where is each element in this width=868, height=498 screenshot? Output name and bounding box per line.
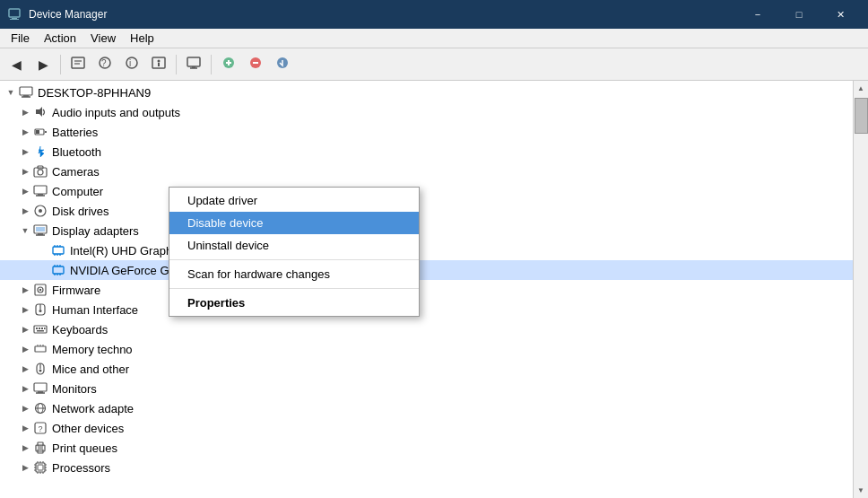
audio-expand-icon[interactable]: ▶ bbox=[18, 105, 32, 119]
tree-root[interactable]: ▼ DESKTOP-8PHHAN9 bbox=[0, 83, 853, 102]
menu-help[interactable]: Help bbox=[123, 30, 161, 47]
toolbar-forward-button[interactable]: ▶ bbox=[30, 52, 56, 77]
scrollbar-thumb[interactable] bbox=[855, 98, 868, 134]
cameras-expand-icon[interactable]: ▶ bbox=[18, 164, 32, 179]
toolbar-separator-2 bbox=[176, 55, 177, 74]
computer-label: Computer bbox=[52, 185, 103, 198]
minimize-button[interactable]: − bbox=[737, 0, 778, 29]
monitors-label: Monitors bbox=[52, 382, 97, 396]
other-label: Other devices bbox=[52, 422, 124, 435]
svg-rect-12 bbox=[158, 63, 160, 66]
menu-view[interactable]: View bbox=[83, 30, 123, 47]
tree-item-display[interactable]: ▼ Display adapters bbox=[0, 221, 853, 240]
keyboards-label: Keyboards bbox=[52, 323, 108, 336]
svg-rect-2 bbox=[10, 19, 19, 20]
firmware-expand-icon[interactable]: ▶ bbox=[18, 283, 32, 297]
scroll-down-arrow[interactable]: ▼ bbox=[854, 483, 869, 498]
tree-item-audio[interactable]: ▶ Audio inputs and outputs bbox=[0, 102, 853, 122]
monitors-expand-icon[interactable]: ▶ bbox=[18, 381, 32, 396]
close-button[interactable]: ✕ bbox=[820, 0, 861, 29]
toolbar-scan-button[interactable] bbox=[270, 52, 295, 77]
firmware-label: Firmware bbox=[52, 284, 100, 297]
memory-label: Memory techno bbox=[52, 343, 133, 356]
tree-item-print[interactable]: ▶ Print queues bbox=[0, 438, 853, 458]
network-label: Network adapte bbox=[52, 402, 134, 415]
other-expand-icon[interactable]: ▶ bbox=[18, 421, 32, 435]
tree-item-memory[interactable]: ▶ Memory techno bbox=[0, 339, 853, 359]
context-menu-separator bbox=[169, 259, 419, 260]
svg-point-30 bbox=[38, 170, 43, 175]
hid-label: Human Interface bbox=[52, 303, 138, 317]
scrollbar-track[interactable] bbox=[854, 96, 868, 483]
computer-expand-icon[interactable]: ▶ bbox=[18, 184, 32, 198]
maximize-button[interactable]: □ bbox=[778, 0, 820, 29]
intel-gpu-icon bbox=[50, 242, 66, 258]
tree-item-bluetooth[interactable]: ▶ Bluetooth bbox=[0, 142, 853, 162]
context-menu-update-driver[interactable]: Update driver bbox=[169, 189, 419, 212]
toolbar-update-button[interactable]: ? bbox=[92, 52, 117, 77]
svg-rect-74 bbox=[34, 383, 47, 391]
toolbar-back-button[interactable]: ◀ bbox=[4, 52, 29, 77]
svg-rect-22 bbox=[20, 87, 32, 95]
toolbar-info-button[interactable] bbox=[146, 52, 171, 77]
root-computer-icon bbox=[18, 84, 34, 100]
svg-point-73 bbox=[39, 370, 42, 372]
tree-item-other[interactable]: ▶ ? Other devices bbox=[0, 418, 853, 438]
svg-rect-3 bbox=[72, 57, 84, 68]
batteries-expand-icon[interactable]: ▶ bbox=[18, 125, 32, 139]
tree-item-processors[interactable]: ▶ Proces bbox=[0, 458, 853, 477]
keyboards-expand-icon[interactable]: ▶ bbox=[18, 322, 32, 336]
batteries-icon bbox=[32, 124, 48, 140]
tree-item-intel-gpu[interactable]: ▶ Intel(R) UHD Graphics 630 bbox=[0, 240, 853, 260]
tree-item-computer[interactable]: ▶ Computer bbox=[0, 181, 853, 201]
disk-icon bbox=[32, 203, 48, 219]
menu-bar: File Action View Help bbox=[0, 29, 868, 48]
monitors-icon bbox=[32, 380, 48, 397]
tree-item-monitors[interactable]: ▶ Monitors bbox=[0, 379, 853, 398]
scroll-up-arrow[interactable]: ▲ bbox=[854, 81, 869, 96]
svg-point-11 bbox=[158, 60, 161, 63]
add-icon bbox=[221, 55, 237, 74]
mouse-icon bbox=[32, 361, 48, 377]
tree-item-cameras[interactable]: ▶ Cameras bbox=[0, 162, 853, 181]
context-menu-scan-hardware[interactable]: Scan for hardware changes bbox=[169, 263, 419, 285]
memory-expand-icon[interactable]: ▶ bbox=[18, 342, 32, 356]
network-expand-icon[interactable]: ▶ bbox=[18, 401, 32, 415]
device-tree[interactable]: ▼ DESKTOP-8PHHAN9 ▶ Audio inputs and out… bbox=[0, 81, 853, 498]
processors-expand-icon[interactable]: ▶ bbox=[18, 460, 32, 475]
tree-item-disk[interactable]: ▶ Disk drives bbox=[0, 201, 853, 221]
context-menu-uninstall-device[interactable]: Uninstall device bbox=[169, 234, 419, 257]
tree-item-nvidia-gpu[interactable]: ▶ NVIDIA GeForce GTX 1060 bbox=[0, 260, 853, 280]
display-expand-icon[interactable]: ▼ bbox=[18, 223, 32, 238]
toolbar-computer-button[interactable] bbox=[181, 52, 206, 77]
context-menu: Update driver Disable device Uninstall d… bbox=[169, 187, 420, 317]
svg-point-60 bbox=[39, 310, 42, 312]
mice-expand-icon[interactable]: ▶ bbox=[18, 362, 32, 376]
context-menu-disable-device[interactable]: Disable device bbox=[169, 212, 419, 234]
remove-icon bbox=[247, 55, 264, 74]
tree-item-hid[interactable]: ▶ Human Interface bbox=[0, 300, 853, 319]
tree-item-mice[interactable]: ▶ Mice and other bbox=[0, 359, 853, 379]
toolbar-remove-button[interactable] bbox=[243, 52, 268, 77]
toolbar-add-button[interactable] bbox=[216, 52, 241, 77]
tree-item-keyboards[interactable]: ▶ Keyboards bbox=[0, 319, 853, 339]
root-expand-icon[interactable]: ▼ bbox=[4, 85, 18, 100]
tree-item-firmware[interactable]: ▶ Firmware bbox=[0, 280, 853, 300]
computer-icon bbox=[186, 55, 202, 74]
hid-expand-icon[interactable]: ▶ bbox=[18, 302, 32, 317]
disk-expand-icon[interactable]: ▶ bbox=[18, 204, 32, 218]
toolbar-help-button[interactable]: i bbox=[119, 52, 144, 77]
computer-tree-icon bbox=[32, 183, 48, 199]
svg-point-8 bbox=[126, 57, 137, 68]
menu-file[interactable]: File bbox=[4, 30, 37, 47]
tree-item-network[interactable]: ▶ Network adapte bbox=[0, 398, 853, 418]
root-label: DESKTOP-8PHHAN9 bbox=[38, 86, 151, 100]
svg-rect-41 bbox=[53, 247, 64, 254]
tree-item-batteries[interactable]: ▶ Batteries bbox=[0, 122, 853, 142]
print-expand-icon[interactable]: ▶ bbox=[18, 441, 32, 455]
bluetooth-expand-icon[interactable]: ▶ bbox=[18, 144, 32, 159]
menu-action[interactable]: Action bbox=[37, 30, 83, 47]
toolbar-properties-button[interactable] bbox=[65, 52, 91, 77]
vertical-scrollbar[interactable]: ▲ ▼ bbox=[853, 81, 868, 498]
context-menu-properties[interactable]: Properties bbox=[169, 292, 419, 314]
